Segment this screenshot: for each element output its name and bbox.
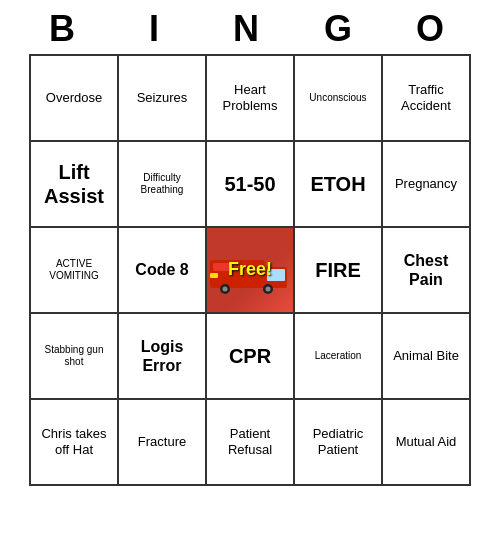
cell-15: Stabbing gun shot	[31, 314, 119, 400]
cell-21: Fracture	[119, 400, 207, 486]
cell-9: Pregnancy	[383, 142, 471, 228]
cell-6: Difficulty Breathing	[119, 142, 207, 228]
cell-17: CPR	[207, 314, 295, 400]
letter-n: N	[214, 8, 286, 50]
free-label: Free!	[228, 259, 272, 281]
cell-13: FIRE	[295, 228, 383, 314]
svg-point-4	[223, 287, 228, 292]
letter-o: O	[398, 8, 470, 50]
cell-14: Chest Pain	[383, 228, 471, 314]
free-cell-image: Free!	[207, 228, 293, 312]
cell-18: Laceration	[295, 314, 383, 400]
cell-12: Free!	[207, 228, 295, 314]
cell-20: Chris takes off Hat	[31, 400, 119, 486]
cell-24: Mutual Aid	[383, 400, 471, 486]
cell-3: Unconscious	[295, 56, 383, 142]
cell-19: Animal Bite	[383, 314, 471, 400]
svg-rect-8	[210, 273, 218, 278]
cell-22: Patient Refusal	[207, 400, 295, 486]
letter-b: B	[30, 8, 102, 50]
cell-8: ETOH	[295, 142, 383, 228]
bingo-title: B I N G O	[20, 0, 480, 54]
cell-4: Traffic Accident	[383, 56, 471, 142]
cell-2: Heart Problems	[207, 56, 295, 142]
letter-i: I	[122, 8, 194, 50]
cell-5: Lift Assist	[31, 142, 119, 228]
cell-0: Overdose	[31, 56, 119, 142]
svg-point-6	[266, 287, 271, 292]
letter-g: G	[306, 8, 378, 50]
cell-23: Pediatric Patient	[295, 400, 383, 486]
cell-11: Code 8	[119, 228, 207, 314]
cell-7: 51-50	[207, 142, 295, 228]
bingo-grid: OverdoseSeizuresHeart ProblemsUnconsciou…	[29, 54, 471, 486]
cell-1: Seizures	[119, 56, 207, 142]
cell-16: Logis Error	[119, 314, 207, 400]
cell-10: ACTIVE VOMITING	[31, 228, 119, 314]
